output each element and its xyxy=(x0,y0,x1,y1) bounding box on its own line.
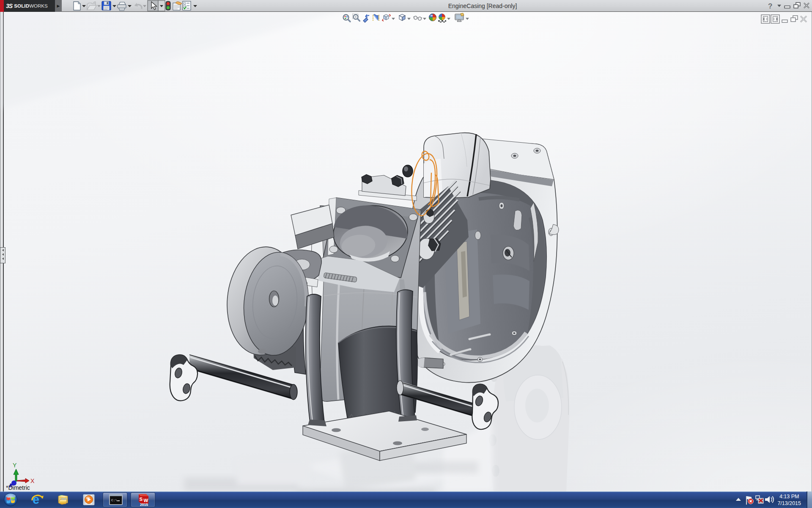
svg-text:?: ? xyxy=(768,2,772,10)
svg-text:Y: Y xyxy=(13,462,17,469)
svg-text:C:\: C:\ xyxy=(111,498,118,502)
svg-text:X: X xyxy=(30,478,35,484)
svg-text:2015: 2015 xyxy=(140,502,148,507)
svg-text:S: S xyxy=(140,497,143,502)
